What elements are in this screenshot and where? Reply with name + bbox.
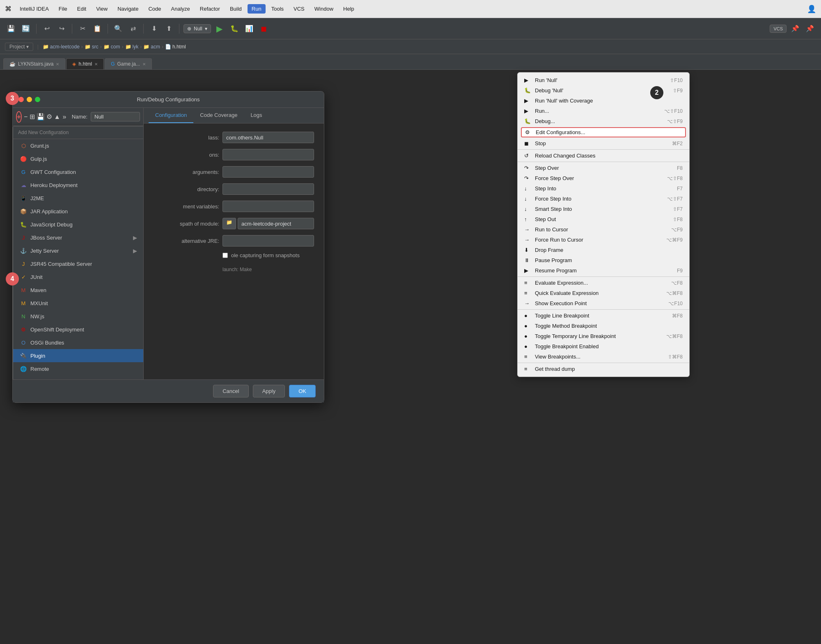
step-out-item[interactable]: ↑ Step Out ⇧F8 — [518, 214, 689, 224]
popup-item-gwt[interactable]: G GWT Configuration — [13, 165, 144, 178]
run-config-selector[interactable]: ⊕ Null ▾ — [183, 24, 211, 33]
step-into-item[interactable]: ↓ Step Into F7 — [518, 183, 689, 194]
popup-item-mxunit[interactable]: M MXUnit — [13, 297, 144, 310]
reload-classes-item[interactable]: ↺ Reload Changed Classes — [518, 151, 689, 161]
tab-hhtml[interactable]: ◈ h.html ✕ — [66, 58, 104, 69]
force-run-cursor-item[interactable]: → Force Run to Cursor ⌥⌘F9 — [518, 235, 689, 245]
config-tab-coverage[interactable]: Code Coverage — [193, 108, 244, 123]
menu-analyze[interactable]: Analyze — [167, 4, 194, 14]
breadcrumb-src[interactable]: 📁 src — [85, 44, 99, 50]
run-to-cursor-item[interactable]: → Run to Cursor ⌥F9 — [518, 224, 689, 235]
toolbar-vcs-push[interactable]: ⬆ — [163, 23, 175, 35]
menu-build[interactable]: Build — [226, 4, 246, 14]
toggle-bp-enabled-item[interactable]: ● Toggle Breakpoint Enabled — [518, 341, 689, 352]
resume-program-item[interactable]: ▶ Resume Program F9 — [518, 265, 689, 276]
apple-icon[interactable]: ⌘ — [5, 5, 11, 13]
toggle-temp-bp-item[interactable]: ● Toggle Temporary Line Breakpoint ⌥⌘F8 — [518, 331, 689, 341]
popup-item-maven[interactable]: M Maven — [13, 283, 144, 297]
toolbar-stop-btn[interactable]: ◼ — [258, 23, 270, 35]
save-config-button[interactable]: 💾 — [37, 111, 45, 123]
popup-item-jboss[interactable]: J JBoss Server ▶ — [13, 231, 144, 244]
config-name-input[interactable] — [91, 112, 140, 121]
toolbar-copy[interactable]: 📋 — [91, 23, 103, 35]
menu-window[interactable]: Window — [310, 4, 337, 14]
smart-step-into-item[interactable]: ↓ Smart Step Into ⇧F7 — [518, 204, 689, 214]
toolbar-run-btn[interactable]: ▶ — [213, 23, 226, 35]
toolbar-save-all[interactable]: 💾 — [5, 23, 17, 35]
popup-item-openshift[interactable]: ⚙ OpenShift Deployment — [13, 323, 144, 336]
popup-item-junit[interactable]: ✓ JUnit — [13, 270, 144, 283]
breadcrumb-hhtml[interactable]: 📄 h.html — [165, 44, 186, 50]
tab-lykn-stairs[interactable]: ☕ LYKNStairs.java ✕ — [3, 58, 65, 69]
popup-item-jar[interactable]: 📦 JAR Application — [13, 205, 144, 218]
toolbar-vcs-2[interactable]: 📌 — [804, 23, 816, 35]
add-config-button[interactable]: + — [16, 111, 22, 123]
tab-game-close[interactable]: ✕ — [142, 62, 146, 66]
menu-code[interactable]: Code — [144, 4, 165, 14]
step-over-item[interactable]: ↷ Step Over F8 — [518, 163, 689, 173]
menu-file[interactable]: File — [55, 4, 71, 14]
project-label[interactable]: Project ▾ — [5, 43, 33, 51]
popup-item-osgi[interactable]: O OSGi Bundles — [13, 336, 144, 349]
popup-item-jetty[interactable]: ⚓ Jetty Server ▶ — [13, 244, 144, 257]
run-null-item[interactable]: ▶ Run 'Null' ⇧F10 — [518, 75, 689, 85]
copy-config-button[interactable]: ⊞ — [30, 111, 35, 123]
popup-item-j2me[interactable]: 📱 J2ME — [13, 192, 144, 205]
config-more-button[interactable]: » — [62, 111, 67, 123]
menu-refactor[interactable]: Refactor — [196, 4, 224, 14]
force-step-into-item[interactable]: ↓ Force Step Into ⌥⇧F7 — [518, 194, 689, 204]
module-input[interactable] — [238, 218, 314, 229]
toolbar-coverage-btn[interactable]: 📊 — [243, 23, 255, 35]
popup-item-heroku[interactable]: ☁ Heroku Deployment — [13, 178, 144, 192]
traffic-light-red[interactable] — [18, 97, 24, 102]
popup-item-js-debug[interactable]: 🐛 JavaScript Debug — [13, 218, 144, 231]
popup-item-grunt[interactable]: ⬡ Grunt.js — [13, 139, 144, 152]
debug-item[interactable]: 🐛 Debug... ⌥⇧F9 — [518, 116, 689, 126]
show-exec-point-item[interactable]: → Show Execution Point ⌥F10 — [518, 298, 689, 308]
toolbar-vcs-update[interactable]: ⬇ — [148, 23, 160, 35]
breadcrumb-acm-leetcode[interactable]: 📁 acm-leetcode — [43, 44, 80, 50]
menu-edit[interactable]: Edit — [73, 4, 90, 14]
tab-lykn-stairs-close[interactable]: ✕ — [56, 62, 59, 66]
profile-icon[interactable]: 👤 — [807, 5, 816, 14]
config-tab-logs[interactable]: Logs — [244, 108, 268, 123]
toolbar-cut[interactable]: ✂ — [76, 23, 89, 35]
toolbar-undo[interactable]: ↩ — [41, 23, 53, 35]
toolbar-replace[interactable]: ⇄ — [127, 23, 139, 35]
stop-item[interactable]: ◼ Stop ⌘F2 — [518, 138, 689, 148]
toolbar-redo[interactable]: ↪ — [55, 23, 68, 35]
tab-hhtml-close[interactable]: ✕ — [94, 62, 98, 66]
class-input[interactable] — [222, 132, 314, 143]
quick-eval-item[interactable]: ≡ Quick Evaluate Expression ⌥⌘F8 — [518, 288, 689, 298]
pause-program-item[interactable]: ⏸ Pause Program — [518, 255, 689, 265]
view-breakpoints-item[interactable]: ≡ View Breakpoints... ⇧⌘F8 — [518, 352, 689, 362]
run-item[interactable]: ▶ Run... ⌥⇧F10 — [518, 106, 689, 116]
breadcrumb-acm[interactable]: 📁 acm — [143, 44, 160, 50]
traffic-light-yellow[interactable] — [27, 97, 32, 102]
jre-input[interactable] — [222, 235, 314, 247]
breadcrumb-lyk[interactable]: 📁 lyk — [125, 44, 139, 50]
cancel-button[interactable]: Cancel — [213, 385, 248, 397]
menu-vcs[interactable]: VCS — [289, 4, 309, 14]
popup-item-resin[interactable]: ✦ Resin — [13, 375, 144, 379]
edit-configurations-item[interactable]: ⚙ Edit Configurations... — [521, 127, 686, 137]
env-input[interactable] — [222, 201, 314, 212]
popup-item-plugin[interactable]: 🔌 Plugin — [13, 349, 144, 362]
config-tab-configuration[interactable]: Configuration — [149, 108, 193, 123]
vm-args-input[interactable] — [222, 166, 314, 178]
popup-item-remote[interactable]: 🌐 Remote — [13, 362, 144, 375]
dir-input[interactable] — [222, 183, 314, 195]
snapshot-checkbox[interactable] — [222, 253, 228, 258]
toggle-method-bp-item[interactable]: ● Toggle Method Breakpoint — [518, 321, 689, 331]
get-thread-dump-item[interactable]: ≡ Get thread dump — [518, 364, 689, 374]
options-input[interactable] — [222, 149, 314, 160]
toolbar-find[interactable]: 🔍 — [112, 23, 124, 35]
apply-button[interactable]: Apply — [253, 385, 285, 397]
config-options-button[interactable]: ⚙ — [46, 111, 52, 123]
menu-help[interactable]: Help — [339, 4, 358, 14]
menu-run[interactable]: Run — [248, 4, 266, 14]
breadcrumb-com[interactable]: 📁 com — [103, 44, 120, 50]
force-step-over-item[interactable]: ↷ Force Step Over ⌥⇧F8 — [518, 173, 689, 183]
tab-game[interactable]: G Game.ja... ✕ — [105, 58, 152, 69]
toolbar-vcs-1[interactable]: 📌 — [789, 23, 801, 35]
